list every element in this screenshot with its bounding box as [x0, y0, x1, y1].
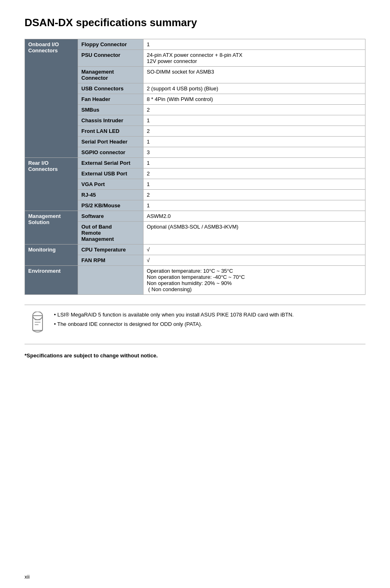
- cell-value: 24-pin ATX power connector + 8-pin ATX12…: [143, 50, 365, 67]
- cell-value: 1: [143, 158, 365, 168]
- subgroup-label: PS/2 KB/Mouse: [78, 200, 143, 211]
- cell-value: Operation temperature: 10°C ~ 35°CNon op…: [143, 266, 365, 295]
- subgroup-label: Chassis Intruder: [78, 115, 143, 126]
- note-section: LSI® MegaRAID 5 function is available on…: [25, 305, 365, 344]
- subgroup-label: External USB Port: [78, 168, 143, 179]
- cell-value: ASWM2.0: [143, 211, 365, 222]
- cell-value: 1: [143, 39, 365, 50]
- note-item-2: The onboard IDE connector is designed fo…: [54, 321, 294, 327]
- cell-value: 2: [143, 126, 365, 137]
- cell-value: 1: [143, 137, 365, 147]
- cell-value: √: [143, 245, 365, 255]
- footer-note: *Specifications are subject to change wi…: [25, 352, 365, 359]
- subgroup-label: External Serial Port: [78, 158, 143, 168]
- subgroup-label: RJ-45: [78, 190, 143, 200]
- group-label-rear: Rear I/OConnectors: [25, 158, 78, 211]
- cell-value: Optional (ASMB3-SOL / ASMB3-iKVM): [143, 222, 365, 245]
- table-row: Onboard I/OConnectors Floppy Connector 1: [25, 39, 365, 50]
- subgroup-label: VGA Port: [78, 179, 143, 190]
- cell-value: 3: [143, 147, 365, 158]
- cell-value: SO-DIMM socket for ASMB3: [143, 67, 365, 83]
- group-label-management: ManagementSolution: [25, 211, 78, 245]
- cell-value: 2 (support 4 USB ports) (Blue): [143, 83, 365, 94]
- note-item-1: LSI® MegaRAID 5 function is available on…: [54, 312, 294, 318]
- group-label-monitoring: Monitoring: [25, 245, 78, 266]
- cell-value: 8 * 4Pin (With PWM control): [143, 94, 365, 105]
- note-text-block: LSI® MegaRAID 5 function is available on…: [54, 312, 294, 330]
- subgroup-label: Serial Port Header: [78, 137, 143, 147]
- page-title: DSAN-DX specifications summary: [25, 16, 365, 29]
- subgroup-label: [78, 266, 143, 295]
- subgroup-label: ManagementConnector: [78, 67, 143, 83]
- subgroup-label: USB Connectors: [78, 83, 143, 94]
- subgroup-label: SGPIO connector: [78, 147, 143, 158]
- cell-value: 1: [143, 179, 365, 190]
- table-row: ManagementSolution Software ASWM2.0: [25, 211, 365, 222]
- svg-rect-1: [33, 316, 43, 330]
- subgroup-label: Front LAN LED: [78, 126, 143, 137]
- subgroup-label: Fan Header: [78, 94, 143, 105]
- cell-value: 2: [143, 168, 365, 179]
- cell-value: 2: [143, 190, 365, 200]
- subgroup-label: Software: [78, 211, 143, 222]
- table-row: Rear I/OConnectors External Serial Port …: [25, 158, 365, 168]
- subgroup-label: Floppy Connector: [78, 39, 143, 50]
- subgroup-label: PSU Connector: [78, 50, 143, 67]
- cell-value: 1: [143, 200, 365, 211]
- subgroup-label: Out of BandRemoteManagement: [78, 222, 143, 245]
- cell-value: 1: [143, 115, 365, 126]
- page-number: xii: [25, 574, 29, 580]
- subgroup-label: FAN RPM: [78, 255, 143, 266]
- subgroup-label: CPU Temperature: [78, 245, 143, 255]
- table-row: Monitoring CPU Temperature √: [25, 245, 365, 255]
- cell-value: √: [143, 255, 365, 266]
- specs-table: Onboard I/OConnectors Floppy Connector 1…: [25, 39, 365, 295]
- subgroup-label: SMBus: [78, 105, 143, 115]
- cell-value: 2: [143, 105, 365, 115]
- table-row: Environment Operation temperature: 10°C …: [25, 266, 365, 295]
- note-icon: [28, 312, 47, 337]
- group-label-environment: Environment: [25, 266, 78, 295]
- group-label-onboard: Onboard I/OConnectors: [25, 39, 78, 158]
